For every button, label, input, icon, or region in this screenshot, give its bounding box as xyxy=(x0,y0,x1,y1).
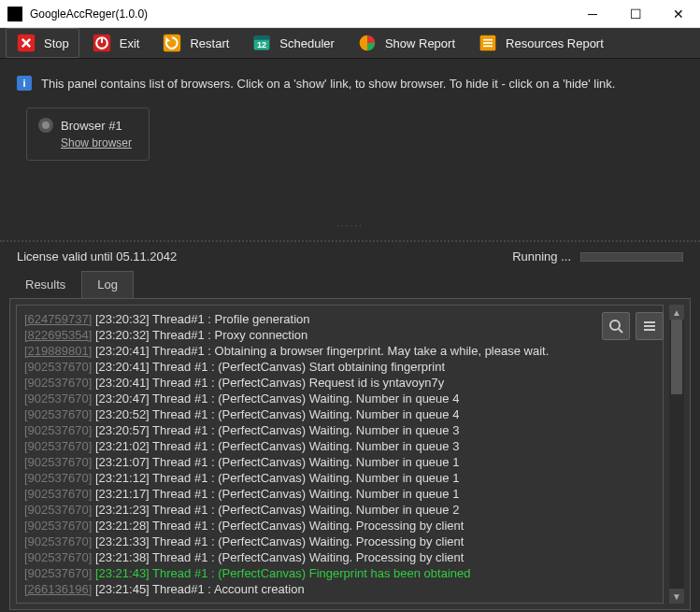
log-id[interactable]: [822695354] xyxy=(24,328,92,342)
tab-log[interactable]: Log xyxy=(81,271,134,298)
minimize-button[interactable]: ─ xyxy=(571,0,614,28)
show-browser-link[interactable]: Show browser xyxy=(61,136,132,149)
log-text: [23:21:07] Thread #1 : (PerfectCanvas) W… xyxy=(92,455,459,469)
exit-icon xyxy=(92,33,112,53)
log-menu-button[interactable] xyxy=(636,312,664,340)
log-id: [902537670] xyxy=(24,407,92,421)
tab-results[interactable]: Results xyxy=(9,271,81,298)
log-line: [902537670] [23:20:41] Thread #1 : (Perf… xyxy=(24,359,655,375)
info-text: This panel contains list of browsers. Cl… xyxy=(41,77,615,91)
log-text: [23:20:52] Thread #1 : (PerfectCanvas) W… xyxy=(92,407,459,421)
log-text: [23:21:38] Thread #1 : (PerfectCanvas) W… xyxy=(92,550,464,564)
scheduler-button[interactable]: 12 Scheduler xyxy=(241,28,345,58)
exit-label: Exit xyxy=(120,36,140,50)
log-id: [902537670] xyxy=(24,550,92,564)
titlebar: GoogleAccReger(1.0.0) ─ ☐ ✕ xyxy=(0,0,700,28)
chrome-icon xyxy=(38,118,53,133)
log-id: [902537670] xyxy=(24,376,92,390)
log-line: [902537670] [23:21:12] Thread #1 : (Perf… xyxy=(24,470,655,486)
log-text: [23:20:32] Thread#1 : Proxy connection xyxy=(92,328,307,342)
log-id: [902537670] xyxy=(24,519,92,533)
toolbar: Stop Exit Restart 12 Scheduler Show Repo… xyxy=(0,28,700,59)
log-line: [822695354] [23:20:32] Thread#1 : Proxy … xyxy=(24,327,655,343)
svg-text:12: 12 xyxy=(257,40,266,50)
resize-handle[interactable]: ······ xyxy=(17,221,683,231)
svg-text:i: i xyxy=(22,78,25,89)
log-id: [902537670] xyxy=(24,391,92,406)
stop-label: Stop xyxy=(44,36,69,50)
scroll-up-icon[interactable]: ▲ xyxy=(669,305,684,320)
log-id: [902537670] xyxy=(24,471,92,485)
log-id: [902537670] xyxy=(24,455,92,469)
close-button[interactable]: ✕ xyxy=(657,0,700,28)
log-text: [23:20:57] Thread #1 : (PerfectCanvas) W… xyxy=(92,423,459,437)
svg-point-14 xyxy=(610,320,620,330)
restart-button[interactable]: Restart xyxy=(151,28,239,58)
log-id: [902537670] xyxy=(24,360,92,374)
log-line: [902537670] [23:20:47] Thread #1 : (Perf… xyxy=(24,391,655,406)
log-line: [902537670] [23:21:23] Thread #1 : (Perf… xyxy=(24,502,655,518)
log-text: [23:21:17] Thread #1 : (PerfectCanvas) W… xyxy=(92,487,459,501)
log-text: [23:21:23] Thread #1 : (PerfectCanvas) W… xyxy=(92,503,459,517)
browser-card: Browser #1 Show browser xyxy=(26,107,150,161)
scheduler-label: Scheduler xyxy=(279,36,335,50)
browser-name: Browser #1 xyxy=(61,119,122,133)
log-line: [219889801] [23:20:41] Thread#1 : Obtain… xyxy=(24,343,655,359)
log-id[interactable]: [219889801] xyxy=(24,344,92,358)
svg-line-15 xyxy=(619,329,622,333)
log-line: [902537670] [23:21:17] Thread #1 : (Perf… xyxy=(24,486,655,502)
status-bar: License valid until 05.11.2042 Running .… xyxy=(0,242,700,271)
app-body: Stop Exit Restart 12 Scheduler Show Repo… xyxy=(0,28,700,612)
log-line: [902537670] [23:20:57] Thread #1 : (Perf… xyxy=(24,422,655,438)
progress-bar xyxy=(580,252,683,262)
maximize-button[interactable]: ☐ xyxy=(614,0,657,28)
log-line: [902537670] [23:21:07] Thread #1 : (Perf… xyxy=(24,454,655,470)
restart-label: Restart xyxy=(190,36,229,50)
exit-button[interactable]: Exit xyxy=(81,28,150,58)
scroll-thumb[interactable] xyxy=(671,320,682,394)
log-id[interactable]: [624759737] xyxy=(24,312,92,326)
tab-bar: Results Log xyxy=(0,271,700,298)
log-line: [266136196] [23:21:45] Thread#1 : Accoun… xyxy=(24,581,655,597)
log-body[interactable]: [624759737] [23:20:32] Thread#1 : Profil… xyxy=(16,305,664,604)
log-text: [23:20:41] Thread #1 : (PerfectCanvas) R… xyxy=(92,376,444,390)
log-text: [23:20:41] Thread #1 : (PerfectCanvas) S… xyxy=(92,360,445,374)
log-line: [902537670] [23:21:38] Thread #1 : (Perf… xyxy=(24,549,655,565)
stop-button[interactable]: Stop xyxy=(6,28,79,58)
svg-rect-6 xyxy=(254,36,270,40)
log-line: [902537670] [23:20:52] Thread #1 : (Perf… xyxy=(24,406,655,422)
log-id: [902537670] xyxy=(24,423,92,437)
log-id: [902537670] xyxy=(24,503,92,517)
menu-icon xyxy=(642,319,657,334)
show-report-button[interactable]: Show Report xyxy=(347,28,465,58)
log-id[interactable]: [266136196] xyxy=(24,582,92,596)
log-id: [902537670] xyxy=(24,566,92,580)
running-text: Running ... xyxy=(512,249,571,263)
log-tools xyxy=(602,312,664,340)
info-icon: i xyxy=(17,76,32,91)
log-line: [902537670] [23:21:28] Thread #1 : (Perf… xyxy=(24,518,655,534)
log-line: [902537670] [23:21:02] Thread #1 : (Perf… xyxy=(24,438,655,454)
app-icon xyxy=(7,7,22,21)
license-text: License valid until 05.11.2042 xyxy=(17,249,177,263)
window-title: GoogleAccReger(1.0.0) xyxy=(30,7,571,21)
resources-report-button[interactable]: Resources Report xyxy=(467,28,614,58)
browser-panel: i This panel contains list of browsers. … xyxy=(0,59,700,242)
log-text: [23:21:45] Thread#1 : Account creation xyxy=(92,582,304,596)
log-id: [902537670] xyxy=(24,534,92,548)
log-line: [624759737] [23:20:32] Thread#1 : Profil… xyxy=(24,311,655,327)
scroll-down-icon[interactable]: ▼ xyxy=(669,589,684,604)
resources-report-label: Resources Report xyxy=(506,36,604,50)
log-text: [23:20:32] Thread#1 : Profile generation xyxy=(92,312,309,326)
restart-icon xyxy=(162,33,182,53)
pie-chart-icon xyxy=(357,33,378,53)
log-search-button[interactable] xyxy=(602,312,630,340)
log-line: [902537670] [23:21:33] Thread #1 : (Perf… xyxy=(24,534,655,549)
log-text: [23:21:28] Thread #1 : (PerfectCanvas) W… xyxy=(92,519,464,533)
log-text: [23:21:33] Thread #1 : (PerfectCanvas) W… xyxy=(92,534,464,548)
log-text: [23:21:02] Thread #1 : (PerfectCanvas) W… xyxy=(92,439,459,453)
scrollbar[interactable]: ▲ ▼ xyxy=(669,305,684,604)
list-icon xyxy=(478,33,498,53)
log-line: [902537670] [23:21:43] Thread #1 : (Perf… xyxy=(24,565,655,581)
log-text: [23:21:43] Thread #1 : (PerfectCanvas) F… xyxy=(92,566,470,580)
